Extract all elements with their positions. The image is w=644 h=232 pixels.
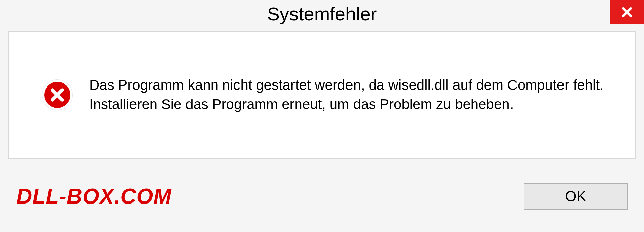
close-button[interactable]: [610, 0, 644, 24]
dialog-title: Systemfehler: [267, 3, 377, 25]
error-icon: [42, 80, 72, 110]
content-area: Das Programm kann nicht gestartet werden…: [8, 31, 636, 159]
ok-button[interactable]: OK: [524, 183, 628, 210]
watermark-text: DLL-BOX.COM: [16, 184, 172, 209]
dialog-footer: DLL-BOX.COM OK: [0, 168, 644, 232]
ok-button-label: OK: [565, 188, 586, 205]
error-message: Das Programm kann nicht gestartet werden…: [89, 76, 615, 114]
close-icon: [620, 6, 634, 19]
titlebar: Systemfehler: [0, 0, 644, 27]
error-dialog: Systemfehler Das Programm kann nicht ges…: [0, 0, 644, 232]
